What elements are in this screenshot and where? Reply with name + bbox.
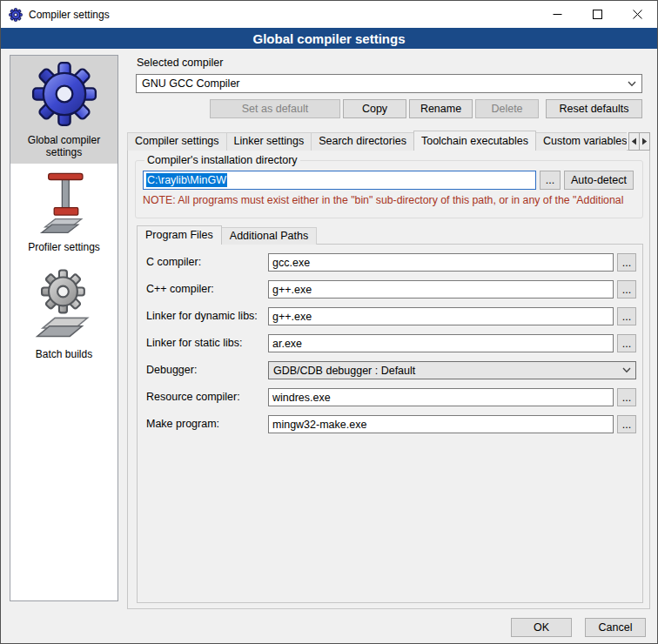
- sidebar-item-label: Batch builds: [32, 348, 96, 360]
- sidebar-item-batch-builds[interactable]: Batch builds: [10, 265, 118, 360]
- field-label: Make program:: [146, 415, 219, 433]
- sidebar: Global compiler settings Profiler settin…: [10, 55, 118, 601]
- delete-button[interactable]: Delete: [475, 99, 539, 118]
- cancel-button[interactable]: Cancel: [585, 618, 646, 637]
- field-label: Debugger:: [146, 361, 197, 379]
- make-program-input[interactable]: [268, 415, 614, 433]
- batch-gear-stack-icon: [30, 265, 98, 345]
- program-subtabs: Program Files Additional Paths: [137, 225, 316, 245]
- field-row-static-linker: Linker for static libs: ...: [138, 334, 642, 352]
- app-gear-icon: [9, 8, 23, 22]
- subtab-program-files[interactable]: Program Files: [137, 225, 222, 245]
- set-as-default-button[interactable]: Set as default: [210, 99, 340, 118]
- dynamic-linker-browse-button[interactable]: ...: [617, 307, 636, 325]
- installation-directory-groupbox: Compiler's installation directory C:\ray…: [135, 154, 643, 218]
- static-linker-input[interactable]: [268, 334, 614, 352]
- field-label: Resource compiler:: [146, 388, 240, 406]
- c-compiler-input[interactable]: [268, 253, 614, 272]
- chevron-down-icon: [628, 81, 636, 87]
- field-row-resource-compiler: Resource compiler: ...: [138, 388, 642, 406]
- field-row-make-program: Make program: ...: [138, 415, 642, 433]
- sidebar-item-label: Global compiler settings: [10, 134, 118, 158]
- selected-compiler-label: Selected compiler: [137, 57, 223, 69]
- field-row-debugger: Debugger: GDB/CDB debugger : Default: [138, 361, 642, 379]
- field-label: Linker for static libs:: [146, 334, 242, 352]
- dynamic-linker-input[interactable]: [268, 307, 614, 325]
- window-title: Compiler settings: [29, 9, 110, 21]
- program-files-panel: C compiler: ... C++ compiler: ... Linker…: [137, 244, 643, 603]
- auto-detect-button[interactable]: Auto-detect: [564, 171, 634, 190]
- field-row-dynamic-linker: Linker for dynamic libs: ...: [138, 307, 642, 325]
- reset-defaults-button[interactable]: Reset defaults: [546, 99, 642, 118]
- field-label: C++ compiler:: [146, 280, 214, 299]
- settings-tabbar: Compiler settings Linker settings Search…: [127, 131, 650, 151]
- field-row-c-compiler: C compiler: ...: [138, 253, 642, 272]
- close-button[interactable]: [617, 1, 657, 28]
- rename-button[interactable]: Rename: [409, 99, 473, 118]
- titlebar[interactable]: Compiler settings: [1, 1, 657, 28]
- sidebar-item-global-compiler-settings[interactable]: Global compiler settings: [10, 56, 118, 164]
- resource-compiler-browse-button[interactable]: ...: [617, 388, 636, 406]
- installation-directory-row: C:\raylib\MinGW ... Auto-detect: [143, 171, 635, 190]
- cpp-compiler-input[interactable]: [268, 280, 614, 299]
- minimize-button[interactable]: [537, 1, 577, 28]
- static-linker-browse-button[interactable]: ...: [617, 334, 636, 352]
- debugger-select-value: GDB/CDB debugger : Default: [273, 365, 415, 377]
- tabs-scroll-area: Compiler settings Linker settings Search…: [127, 131, 627, 151]
- compiler-actions: Set as default Copy Rename Delete Reset …: [127, 99, 642, 118]
- cpp-compiler-browse-button[interactable]: ...: [617, 280, 636, 299]
- debugger-select[interactable]: GDB/CDB debugger : Default: [268, 361, 636, 379]
- compiler-select-value: GNU GCC Compiler: [142, 77, 240, 90]
- field-label: C compiler:: [146, 253, 201, 272]
- compiler-select[interactable]: GNU GCC Compiler: [136, 74, 642, 93]
- browse-directory-button[interactable]: ...: [540, 171, 561, 190]
- tab-custom-variables[interactable]: Custom variables: [535, 132, 627, 151]
- installation-directory-value: C:\raylib\MinGW: [146, 173, 227, 187]
- make-program-browse-button[interactable]: ...: [617, 415, 636, 433]
- tab-scroll-right-button[interactable]: [639, 132, 650, 151]
- subtab-additional-paths[interactable]: Additional Paths: [221, 227, 317, 245]
- chevron-down-icon: [622, 367, 631, 373]
- resource-compiler-input[interactable]: [268, 388, 614, 406]
- tab-linker-settings[interactable]: Linker settings: [226, 132, 312, 151]
- window-controls: [537, 1, 657, 28]
- tab-search-directories[interactable]: Search directories: [311, 132, 414, 151]
- tab-toolchain-executables[interactable]: Toolchain executables: [413, 131, 536, 151]
- tab-compiler-settings[interactable]: Compiler settings: [127, 132, 227, 151]
- c-compiler-browse-button[interactable]: ...: [617, 253, 636, 272]
- ok-button[interactable]: OK: [511, 618, 572, 637]
- field-label: Linker for dynamic libs:: [146, 307, 258, 325]
- installation-directory-legend: Compiler's installation directory: [144, 154, 300, 166]
- installation-directory-input[interactable]: C:\raylib\MinGW: [143, 171, 536, 190]
- tab-scroll-buttons: [629, 132, 650, 151]
- sidebar-item-profiler-settings[interactable]: Profiler settings: [10, 172, 118, 253]
- copy-button[interactable]: Copy: [343, 99, 406, 118]
- sidebar-item-label: Profiler settings: [24, 241, 104, 253]
- profiler-tool-icon: [36, 172, 93, 238]
- toolchain-executables-panel: Compiler's installation directory C:\ray…: [127, 150, 650, 609]
- field-row-cpp-compiler: C++ compiler: ...: [138, 280, 642, 299]
- dialog-header: Global compiler settings: [1, 28, 657, 49]
- note-text: NOTE: All programs must exist either in …: [143, 194, 635, 206]
- maximize-button[interactable]: [577, 1, 617, 28]
- compiler-settings-window: Compiler settings Global compiler settin…: [0, 0, 658, 644]
- gear-icon: [30, 60, 98, 131]
